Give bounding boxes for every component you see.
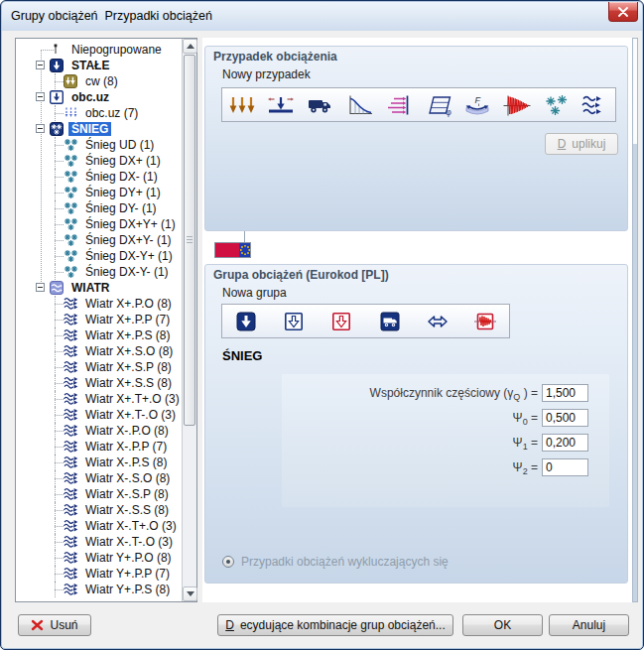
tree-item-label: Wiatr X-.T-.O (3) [82,535,176,549]
expander-minus[interactable] [36,283,45,292]
imposed-load-icon [265,93,297,117]
tree-item[interactable]: Wiatr X-.T+.O (3) [16,518,181,534]
snow-group-icon [50,122,64,136]
wind-case-tree-icon [64,455,81,468]
perm-outline-group-button[interactable] [270,305,318,337]
variable-group-button[interactable] [318,305,365,337]
harmonic-load-button[interactable] [497,88,537,121]
delete-button[interactable]: Usuń [18,614,91,636]
coefficient-input[interactable] [542,458,588,476]
scroll-down-button[interactable] [183,586,197,601]
panel-scrollbar-thumb[interactable] [633,39,637,144]
tree-item[interactable]: Wiatr X-.S.O (8) [16,470,181,486]
tree-item[interactable]: WIATR [16,280,181,296]
tree-item[interactable]: Wiatr X-.T-.O (3) [16,534,181,550]
tree-item-label: Wiatr X+.S.O (8) [82,344,176,358]
ok-button[interactable]: OK [462,614,543,636]
wind-case-tree-icon [64,313,81,325]
combinations-button[interactable]: Decydujące kombinacje grup obciążeń... [217,614,453,636]
tree-item[interactable]: cw (8) [16,73,181,89]
wind-load-button[interactable] [576,88,615,121]
wind-case-tree-icon [64,328,81,341]
tree-item[interactable]: Śnieg DX+Y- (1) [16,232,181,248]
unassigned-icon [50,43,62,56]
tree-item[interactable]: Wiatr X-.P.O (8) [16,423,181,439]
wind-case-tree-icon [64,360,81,373]
tree-rail [55,224,64,225]
tree-item[interactable]: Wiatr X-.S.S (8) [16,502,181,518]
tree-item[interactable]: Wiatr X+.S.O (8) [16,343,181,359]
expander-minus[interactable] [36,124,45,133]
tree-scrollbar-thumb[interactable] [184,55,195,426]
new-group-label: Nowa grupa [222,286,287,300]
tree-item[interactable]: Śnieg DX-Y- (1) [16,264,181,280]
coefficient-input[interactable] [542,384,588,402]
tree-item-label: Wiatr X-.S.O (8) [82,471,173,485]
expander-minus[interactable] [36,61,45,69]
imposed-load-button[interactable] [262,88,302,121]
tree-item[interactable]: Wiatr X-.S.P (8) [16,486,181,502]
tree-item[interactable]: ŚNIEG [16,121,181,137]
tree-rail [55,510,64,511]
vehicle-group-button[interactable] [366,305,414,337]
vehicle-load-button[interactable] [301,88,340,121]
tree-item-label: Śnieg DX-Y- (1) [82,265,172,279]
exclusive-cases-radio[interactable]: Przypadki obciążeń wykluczających się [222,555,449,569]
tree-item-label: cw (8) [82,74,121,88]
cancel-button[interactable]: Anuluj [549,614,629,636]
coefficient-input[interactable] [542,434,588,452]
tree-item[interactable]: Wiatr X-.P.P (7) [16,439,181,455]
tree-item[interactable]: Wiatr Y+.P.S (8) [16,582,181,597]
tree-item[interactable]: Śnieg DY- (1) [16,200,181,216]
variable-distribution-button[interactable] [340,88,380,121]
tree-rail [55,383,64,384]
tree-item[interactable]: Wiatr X-.P.S (8) [16,455,181,470]
seismic-group-button[interactable] [461,305,509,337]
buckling-force-button[interactable]: F [458,88,498,121]
tree-item[interactable]: Wiatr Y+.P.O (8) [16,550,181,566]
expander-minus[interactable] [36,92,45,101]
vehicle-load-icon [305,93,336,117]
tree-item[interactable]: Śnieg DX+ (1) [16,153,181,169]
tree-item[interactable]: Wiatr X+.S.P (8) [16,359,181,375]
scroll-up-button[interactable] [183,39,197,54]
tree-item[interactable]: Wiatr X+.P.S (8) [16,327,181,343]
tree-scrollbar[interactable] [182,39,196,601]
tree-item[interactable]: Wiatr X+.P.P (7) [16,312,181,327]
duplicate-button[interactable]: Duplikuj [545,133,618,155]
tree-item[interactable]: Wiatr Y+.P.P (7) [16,566,181,582]
tree-item[interactable]: Niepogrupowane [16,42,181,58]
tree-item[interactable]: Śnieg DX- (1) [16,169,181,185]
load-case-groupbox: Przypadek obciążenia Nowy przypadek φF D… [204,46,628,231]
wind-case-tree-icon [64,424,81,437]
tree-item[interactable]: Śnieg DX-Y+ (1) [16,248,181,264]
tree-item[interactable]: Wiatr X+.T+.O (3) [16,391,181,407]
tree-item[interactable]: Wiatr X+.T-.O (3) [16,407,181,423]
tree-item[interactable]: Wiatr X+.S.S (8) [16,375,181,391]
tree-item[interactable]: Śnieg DX+Y+ (1) [16,216,181,232]
exclusive-group-button[interactable] [414,305,461,337]
close-icon [617,7,629,17]
pressure-profile-button[interactable] [379,88,419,121]
tree-item[interactable]: obc.uz [16,89,181,105]
tree-item[interactable]: Śnieg UD (1) [16,137,181,153]
tree-rail [55,558,64,559]
tree-item[interactable]: obc.uz (7) [16,105,181,121]
close-button[interactable] [608,2,638,22]
tree-item[interactable]: Śnieg DY+ (1) [16,185,181,200]
coefficient-input[interactable] [542,409,588,427]
tree-item[interactable]: STAŁE [16,58,181,73]
exclusive-group-icon [426,310,450,333]
tree-item-label: Wiatr Y+.P.O (8) [82,551,175,565]
tree-item[interactable]: Wiatr X+.P.O (8) [16,296,181,312]
snow-load-button[interactable] [537,88,577,121]
imperfection-phi-button[interactable]: φ [419,88,458,121]
tree-item-label: Wiatr X+.P.O (8) [82,297,175,311]
pressure-profile-icon [383,93,415,117]
tree-rail [55,335,64,336]
perm-group-button[interactable] [222,305,270,337]
panel-scrollbar[interactable] [632,38,638,602]
svg-text:φ: φ [446,106,451,116]
titlebar[interactable]: Grupy obciążeń Przypadki obciążeń [2,2,642,31]
dead-load-button[interactable] [222,88,262,121]
